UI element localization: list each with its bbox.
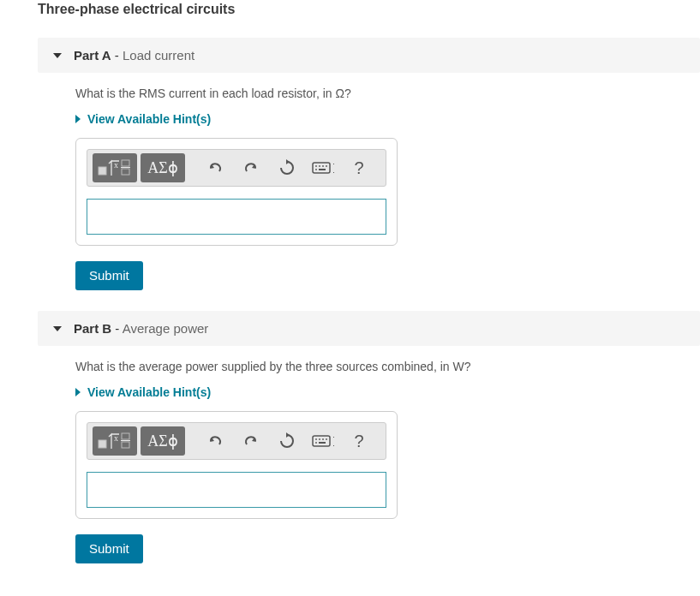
templates-button[interactable]: x	[93, 153, 137, 182]
svg-text:]: ]	[332, 436, 334, 448]
svg-point-9	[326, 165, 327, 167]
part-b-prompt: What is the average power supplied by th…	[75, 360, 700, 373]
svg-point-8	[322, 165, 324, 167]
svg-point-22	[326, 438, 327, 440]
redo-button[interactable]	[235, 426, 267, 456]
part-a-label: Part A - Load current	[74, 48, 194, 63]
svg-rect-24	[319, 442, 326, 444]
answer-input-b[interactable]	[87, 472, 386, 508]
view-hints-link[interactable]: View Available Hint(s)	[75, 385, 700, 399]
part-b-name: Part B	[74, 321, 111, 336]
triangle-right-icon	[75, 388, 81, 396]
svg-rect-2	[122, 160, 129, 166]
part-b-body: What is the average power supplied by th…	[38, 360, 700, 563]
templates-button[interactable]: x	[93, 426, 137, 456]
symbols-button[interactable]: ΑΣϕ	[141, 426, 185, 456]
part-a-name: Part A	[74, 48, 111, 63]
part-a-subtitle: Load current	[123, 48, 194, 63]
answer-input-a[interactable]	[87, 199, 386, 235]
part-b-label: Part B - Average power	[74, 321, 208, 336]
svg-rect-0	[99, 167, 106, 175]
answer-panel-a: x ΑΣϕ	[75, 138, 398, 246]
reset-button[interactable]	[271, 426, 303, 456]
svg-point-23	[315, 442, 317, 444]
svg-rect-18	[313, 436, 330, 446]
answer-panel-b: x ΑΣϕ	[75, 411, 398, 519]
chevron-down-icon	[53, 326, 62, 331]
svg-point-7	[319, 165, 320, 167]
undo-button[interactable]	[199, 153, 231, 182]
undo-button[interactable]	[199, 426, 231, 456]
submit-button-b[interactable]: Submit	[75, 534, 143, 563]
chevron-down-icon	[53, 53, 62, 58]
part-b-header[interactable]: Part B - Average power	[38, 311, 700, 346]
redo-button[interactable]	[235, 153, 267, 182]
part-a-body: What is the RMS current in each load res…	[38, 86, 700, 290]
submit-button-a[interactable]: Submit	[75, 261, 143, 290]
svg-point-21	[322, 438, 324, 440]
help-button[interactable]: ?	[343, 426, 375, 456]
svg-point-6	[315, 165, 317, 167]
help-button[interactable]: ?	[343, 153, 375, 182]
view-hints-link[interactable]: View Available Hint(s)	[75, 112, 700, 126]
triangle-right-icon	[75, 115, 81, 123]
svg-point-19	[315, 438, 317, 440]
svg-rect-16	[122, 442, 129, 448]
svg-rect-3	[122, 169, 129, 175]
svg-rect-11	[319, 169, 326, 170]
keyboard-button[interactable]: ]	[307, 153, 339, 182]
svg-point-10	[315, 169, 317, 170]
svg-rect-13	[99, 440, 106, 448]
svg-rect-5	[313, 163, 330, 173]
dash: -	[111, 321, 123, 336]
svg-point-20	[319, 438, 320, 440]
part-a-prompt: What is the RMS current in each load res…	[75, 86, 700, 100]
symbols-button[interactable]: ΑΣϕ	[141, 153, 185, 182]
part-a-header[interactable]: Part A - Load current	[38, 38, 700, 73]
svg-text:]: ]	[332, 163, 334, 175]
page-title: Three-phase electrical circuits	[38, 2, 700, 17]
dash: -	[111, 48, 123, 63]
keyboard-button[interactable]: ]	[307, 426, 339, 456]
answer-toolbar: x ΑΣϕ	[87, 422, 386, 460]
answer-toolbar: x ΑΣϕ	[87, 149, 386, 187]
hints-label: View Available Hint(s)	[87, 112, 211, 126]
part-b-subtitle: Average power	[123, 321, 209, 336]
reset-button[interactable]	[271, 153, 303, 182]
svg-rect-15	[122, 433, 129, 439]
hints-label: View Available Hint(s)	[87, 385, 211, 399]
